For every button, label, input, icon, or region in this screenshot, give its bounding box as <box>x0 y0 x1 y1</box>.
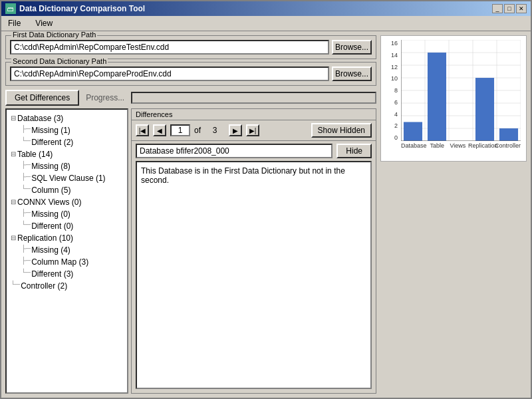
list-item[interactable]: ⊟ Database (3) <box>8 112 126 124</box>
chart-x-label: Database <box>401 143 427 150</box>
first-dict-browse-button[interactable]: Browse... <box>332 40 372 55</box>
tree-expand-icon: ⊟ <box>11 149 16 160</box>
close-button[interactable]: ✕ <box>516 4 527 13</box>
chart-x-label: Table <box>427 143 448 150</box>
list-item[interactable]: └─ Different (2) <box>8 136 126 148</box>
chart-y-label: 6 <box>381 99 400 106</box>
action-row: Get Differences Progress... <box>5 90 376 106</box>
diff-description-text: This Database is in the First Data Dicti… <box>141 166 345 185</box>
first-dict-row: Browse... <box>10 40 372 55</box>
chart-x-label: Replication <box>468 143 495 150</box>
chart-x-axis: Database Table Views Replication Control… <box>401 141 521 161</box>
chart-panel: 0 2 4 6 8 10 12 14 16 <box>380 35 527 394</box>
show-hidden-button[interactable]: Show Hidden <box>311 123 372 138</box>
menu-view[interactable]: View <box>31 17 57 29</box>
tree-expand-icon: ⊟ <box>11 113 16 124</box>
svg-rect-16 <box>428 53 446 141</box>
chart-y-label: 16 <box>381 40 400 47</box>
tree-expand-icon: ⊟ <box>11 197 16 207</box>
chart-y-label: 8 <box>381 87 400 94</box>
get-differences-button[interactable]: Get Differences <box>5 90 79 106</box>
tree-expand-icon: ⊟ <box>11 233 16 243</box>
nav-last-button[interactable]: ▶| <box>246 124 259 136</box>
title-buttons: _ □ ✕ <box>492 4 527 13</box>
tree-connector-icon: ├─ <box>21 257 31 264</box>
list-item[interactable]: └─ Different (0) <box>8 220 126 232</box>
maximize-button[interactable]: □ <box>504 4 515 13</box>
tree-item-label: Missing (0) <box>31 209 70 219</box>
chart-y-label: 10 <box>381 75 400 82</box>
list-item[interactable]: └─ Controller (2) <box>8 280 126 292</box>
progress-label: Progress... <box>86 93 124 102</box>
tree-connector-icon: └─ <box>11 281 20 288</box>
diff-title-input <box>136 144 332 158</box>
second-dict-label: Second Data Dictionary Path <box>11 57 108 65</box>
list-item[interactable]: ⊟ Replication (10) <box>8 232 126 244</box>
list-item[interactable]: ├─ Column Map (3) <box>8 256 126 268</box>
main-bottom: ⊟ Database (3) ├─ Missing (1) └─ Differe… <box>5 108 376 394</box>
tree-item-label: Column (5) <box>31 185 70 196</box>
list-item[interactable]: ⊟ CONNX Views (0) <box>8 196 126 208</box>
tree-item-label: Database (3) <box>17 113 63 124</box>
minimize-button[interactable]: _ <box>492 4 503 13</box>
tree-item-label: SQL View Clause (1) <box>31 173 105 184</box>
tree-item-label: Replication (10) <box>17 233 73 243</box>
diff-nav-row: |◀ ◀ of ▶ ▶| Show Hidden <box>132 120 376 141</box>
tree-connector-icon: ├─ <box>21 161 31 168</box>
list-item[interactable]: ├─ Missing (0) <box>8 208 126 220</box>
nav-next-button[interactable]: ▶ <box>229 124 242 136</box>
tree-item-label: Table (14) <box>17 149 53 160</box>
tree-connector-icon: ├─ <box>21 245 31 252</box>
title-bar-left: 🗃 Data Dictionary Comparison Tool <box>5 3 145 14</box>
main-window: 🗃 Data Dictionary Comparison Tool _ □ ✕ … <box>0 0 532 399</box>
second-dict-row: Browse... <box>10 66 372 81</box>
chart-bars-svg <box>401 40 521 141</box>
tree-item-label: Missing (1) <box>31 125 70 136</box>
page-total-input <box>205 124 225 136</box>
svg-rect-18 <box>475 78 494 141</box>
chart-y-label: 0 <box>381 134 400 141</box>
page-of-label: of <box>194 126 201 135</box>
chart-y-label: 14 <box>381 52 400 59</box>
nav-first-button[interactable]: |◀ <box>136 124 149 136</box>
tree-connector-icon: └─ <box>21 137 31 144</box>
first-dict-group: First Data Dictionary Path Browse... <box>5 35 376 59</box>
differences-panel: Differences |◀ ◀ of ▶ ▶| Show Hidden Hid… <box>131 108 376 394</box>
first-dict-label: First Data Dictionary Path <box>11 31 97 39</box>
list-item[interactable]: ├─ Missing (1) <box>8 124 126 136</box>
chart-y-label: 12 <box>381 64 400 70</box>
list-item[interactable]: ├─ Missing (4) <box>8 244 126 256</box>
hide-button[interactable]: Hide <box>336 144 372 158</box>
svg-rect-15 <box>404 122 422 141</box>
list-item[interactable]: └─ Different (3) <box>8 268 126 280</box>
svg-rect-19 <box>499 128 518 141</box>
menu-file[interactable]: File <box>4 17 25 29</box>
tree-item-label: Different (0) <box>31 221 73 231</box>
tree-item-label: CONNX Views (0) <box>17 197 81 207</box>
content-area: First Data Dictionary Path Browse... Sec… <box>1 31 531 398</box>
tree-connector-icon: ├─ <box>21 173 31 180</box>
tree-connector-icon: └─ <box>21 269 31 276</box>
app-icon: 🗃 <box>5 3 16 14</box>
second-dict-group: Second Data Dictionary Path Browse... <box>5 62 376 86</box>
tree-panel[interactable]: ⊟ Database (3) ├─ Missing (1) └─ Differe… <box>5 108 128 394</box>
second-dict-input[interactable] <box>10 66 329 81</box>
tree-connector-icon: ├─ <box>21 209 31 216</box>
menu-bar: File View <box>1 16 531 31</box>
list-item[interactable]: └─ Column (5) <box>8 184 126 196</box>
nav-prev-button[interactable]: ◀ <box>153 124 166 136</box>
tree-item-label: Missing (8) <box>31 161 70 172</box>
second-dict-browse-button[interactable]: Browse... <box>332 66 372 81</box>
tree-item-label: Controller (2) <box>21 281 67 291</box>
bar-chart: 0 2 4 6 8 10 12 14 16 <box>380 35 527 162</box>
window-title: Data Dictionary Comparison Tool <box>19 4 145 13</box>
list-item[interactable]: ⊟ Table (14) <box>8 148 126 160</box>
chart-y-label: 2 <box>381 122 400 129</box>
tree-connector-icon: └─ <box>21 185 31 192</box>
list-item[interactable]: ├─ Missing (8) <box>8 160 126 172</box>
title-bar: 🗃 Data Dictionary Comparison Tool _ □ ✕ <box>1 1 531 16</box>
tree-item-label: Missing (4) <box>31 245 70 255</box>
list-item[interactable]: ├─ SQL View Clause (1) <box>8 172 126 184</box>
page-number-input[interactable] <box>170 124 190 136</box>
first-dict-input[interactable] <box>10 40 329 55</box>
